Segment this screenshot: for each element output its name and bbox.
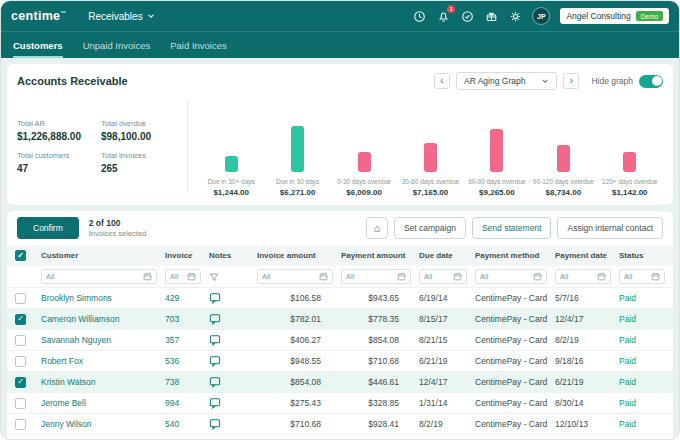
filter-due-date[interactable]: All (419, 269, 467, 284)
home-icon-button[interactable]: ⌂ (366, 217, 388, 239)
table-row-jerome-bell[interactable]: Jerome Bell 994 $275.43 $328.85 1/31/14 … (7, 393, 673, 414)
column-header-customer[interactable]: Customer (41, 251, 165, 260)
filter-invoice[interactable]: All (165, 269, 201, 284)
customer-link[interactable]: Robert Fox (41, 356, 83, 366)
row-checkbox[interactable]: ✓ (15, 377, 26, 388)
notifications-icon[interactable]: 1 (436, 9, 450, 23)
history-icon[interactable] (412, 9, 426, 23)
column-header-notes[interactable]: Notes (209, 251, 257, 260)
note-button[interactable] (209, 397, 221, 409)
column-header-payment-method[interactable]: Payment method (475, 251, 555, 260)
filter-status[interactable]: All (619, 269, 665, 284)
assign-internal-contact-button[interactable]: Assign internal contact (557, 217, 663, 239)
tab-unpaid-invoices[interactable]: Unpaid Invoices (83, 32, 151, 58)
graph-selector[interactable]: AR Aging Graph (456, 72, 557, 90)
due-date-cell: 12/4/17 (419, 377, 475, 387)
note-icon (209, 313, 221, 325)
table-row-kristin-watson[interactable]: ✓ Kristin Watson 738 $854.08 $446.61 12/… (7, 372, 673, 393)
settings-icon[interactable] (508, 9, 522, 23)
column-header-status[interactable]: Status (619, 251, 673, 260)
ar-stats: Total AR $1,226,888.00 Total overdue $98… (17, 96, 175, 197)
status-cell: Paid (619, 419, 673, 429)
column-header-invoice[interactable]: Invoice (165, 251, 209, 260)
filter-value: All (262, 272, 270, 281)
bar-category-label: Due in 30+ days (208, 178, 255, 185)
chart-bar-group-30-60-days-overdue: 30-60 days overdue $7,165.00 (397, 116, 463, 197)
company-selector[interactable]: Angel Consulting Demo (560, 8, 669, 24)
invoice-link[interactable]: 540 (165, 419, 179, 429)
table-row-brooklyn-simmons[interactable]: Brooklyn Simmons 429 $106.58 $943.65 6/1… (7, 288, 673, 309)
graph-next-button[interactable]: › (563, 73, 579, 89)
table-row-robert-fox[interactable]: Robert Fox 536 $948.55 $710.68 6/21/19 C… (7, 351, 673, 372)
customer-link[interactable]: Cameron Williamson (41, 314, 119, 324)
note-button[interactable] (209, 334, 221, 346)
row-checkbox[interactable] (15, 293, 26, 304)
invoice-amount-cell: $106.58 (257, 293, 341, 303)
set-campaign-button[interactable]: Set campaign (394, 217, 466, 239)
row-checkbox[interactable]: ✓ (15, 314, 26, 325)
tab-paid-invoices[interactable]: Paid Invoices (170, 32, 227, 58)
column-header-invoice-amount[interactable]: Invoice amount (257, 251, 341, 260)
avatar[interactable]: JP (532, 7, 550, 25)
customer-link[interactable]: Kristin Watson (41, 377, 95, 387)
column-header-payment-date[interactable]: Payment date (555, 251, 619, 260)
graph-prev-button[interactable]: ‹ (434, 73, 450, 89)
ar-aging-chart: Due in 30+ days $1,244.00 Due in 30 days… (198, 96, 663, 197)
stat-total-ar: Total AR $1,226,888.00 (17, 119, 91, 142)
table-row-savannah-nguyen[interactable]: Savannah Nguyen 357 $406.27 $854.08 8/21… (7, 330, 673, 351)
filter-invoice-amount[interactable]: All (257, 269, 333, 284)
bar-value-label: $9,265.00 (479, 188, 515, 197)
filter-payment-date[interactable]: All (555, 269, 611, 284)
invoice-link[interactable]: 738 (165, 377, 179, 387)
invoice-amount-cell: $275.43 (257, 398, 341, 408)
filter-value: All (624, 272, 632, 281)
customer-link[interactable]: Brooklyn Simmons (41, 293, 112, 303)
customer-link[interactable]: Jenny Wilson (41, 419, 92, 429)
tab-customers[interactable]: Customers (13, 32, 63, 58)
hide-graph-toggle[interactable] (639, 75, 663, 88)
invoice-link[interactable]: 536 (165, 356, 179, 366)
filter-value: All (46, 272, 54, 281)
stat-total-overdue: Total overdue $98,100.00 (101, 119, 175, 142)
column-header-due-date[interactable]: Due date (419, 251, 475, 260)
payment-method-cell: CentimePay - Card (475, 377, 555, 387)
gift-icon[interactable] (484, 9, 498, 23)
note-button[interactable] (209, 376, 221, 388)
payment-method-cell: CentimePay - Card (475, 398, 555, 408)
filter-notes[interactable] (209, 272, 257, 282)
filter-payment-amount[interactable]: All (341, 269, 411, 284)
filter-customer[interactable]: All (41, 269, 157, 284)
stat-total-customers: Total customers 47 (17, 151, 91, 174)
due-date-cell: 8/21/15 (419, 335, 475, 345)
invoice-link[interactable]: 429 (165, 293, 179, 303)
invoice-amount-cell: $406.27 (257, 335, 341, 345)
customer-link[interactable]: Savannah Nguyen (41, 335, 111, 345)
invoice-link[interactable]: 357 (165, 335, 179, 345)
row-checkbox[interactable] (15, 419, 26, 430)
payment-method-cell: CentimePay - Card (475, 419, 555, 429)
note-button[interactable] (209, 313, 221, 325)
select-all-checkbox[interactable]: ✓ (15, 250, 26, 261)
confirm-button[interactable]: Confirm (17, 217, 79, 239)
invoice-link[interactable]: 703 (165, 314, 179, 324)
chart-bar-group-due-in-30-days: Due in 30 days $6,271.00 (264, 116, 330, 197)
customer-link[interactable]: Jerome Bell (41, 398, 86, 408)
selection-count: 2 of 100 (89, 218, 147, 228)
row-checkbox[interactable] (15, 398, 26, 409)
main-content: Accounts Receivable ‹ AR Aging Graph › H… (1, 58, 679, 439)
row-checkbox[interactable] (15, 335, 26, 346)
table-row-cameron-williamson[interactable]: ✓ Cameron Williamson 703 $782.01 $778.35… (7, 309, 673, 330)
approvals-icon[interactable] (460, 9, 474, 23)
invoice-link[interactable]: 994 (165, 398, 179, 408)
note-button[interactable] (209, 355, 221, 367)
note-button[interactable] (209, 292, 221, 304)
receivables-menu[interactable]: Receivables (88, 11, 154, 22)
row-checkbox[interactable] (15, 356, 26, 367)
send-statement-button[interactable]: Send statement (472, 217, 552, 239)
note-button[interactable] (209, 418, 221, 430)
payment-amount-cell: $854.08 (341, 335, 419, 345)
filter-payment-method[interactable]: All (475, 269, 547, 284)
invoice-amount-cell: $710.68 (257, 419, 341, 429)
table-row-jenny-wilson[interactable]: Jenny Wilson 540 $710.68 $928.41 8/2/19 … (7, 414, 673, 435)
column-header-payment-amount[interactable]: Payment amount (341, 251, 419, 260)
